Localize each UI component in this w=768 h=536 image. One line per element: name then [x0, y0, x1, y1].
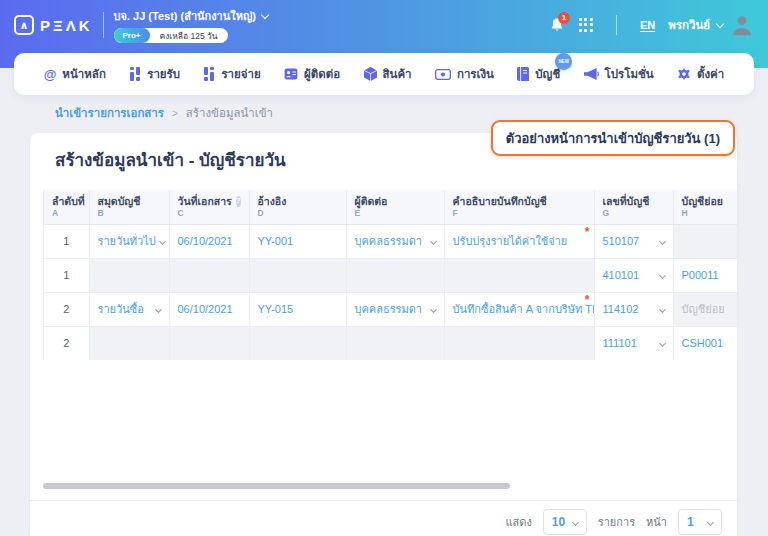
table-header-row: ลำดับที่ ? A สมุดบัญชี B วันที่เอกสาร ? … — [44, 190, 737, 224]
table-row: 2 รายวันซื้อ 06/10/2021 YY-015 บุคคลธรรม… — [44, 292, 737, 326]
cell-ref[interactable]: YY-001 — [249, 224, 346, 258]
cell-date-disabled — [169, 326, 249, 360]
cell-contact-dropdown[interactable]: บุคคลธรรมดา — [346, 224, 444, 258]
chevron-down-icon — [159, 237, 166, 244]
nav-item-settings[interactable]: ตั้งค่า — [677, 65, 724, 83]
cell-date[interactable]: 06/10/2021 — [169, 292, 249, 326]
cell-subaccount[interactable]: P00011 — [673, 258, 737, 292]
column-header-account: เลขที่บัญชี G — [594, 190, 673, 224]
per-page-select[interactable]: 10 — [543, 509, 587, 535]
cell-ref[interactable]: YY-015 — [249, 292, 346, 326]
page-title: สร้างข้อมูลนำเข้า - บัญชีรายวัน — [55, 146, 286, 173]
column-header-ref: อ้างอิง D — [249, 190, 346, 224]
user-menu[interactable]: พรกวินย์ — [668, 13, 754, 37]
nav-item-home[interactable]: @ หน้าหลัก — [44, 65, 106, 83]
cell-seq: 1 — [44, 224, 89, 258]
cell-subaccount-disabled — [673, 224, 737, 258]
cell-seq: 1 — [44, 258, 89, 292]
company-name: บจ. JJ (Test) (สำนักงานใหญ่) — [114, 7, 256, 25]
nav-label: หน้าหลัก — [62, 65, 106, 83]
chevron-down-icon — [658, 305, 665, 312]
chevron-down-icon — [707, 518, 714, 525]
content-card: สร้างข้อมูลนำเข้า - บัญชีรายวัน ลำดับที่… — [30, 133, 737, 536]
cell-description[interactable]: ปรับปรุงรายได้ค่าใช้จ่าย * — [444, 224, 594, 258]
cell-book-dropdown[interactable]: รายวันซื้อ — [89, 292, 169, 326]
breadcrumb-parent-link[interactable]: นำเข้ารายการเอกสาร — [55, 104, 164, 122]
notification-count-badge: 1 — [558, 12, 570, 24]
required-asterisk: * — [585, 294, 590, 306]
column-header-book: สมุดบัญชี B — [89, 190, 169, 224]
cell-account-dropdown[interactable]: 111101 — [594, 326, 673, 360]
horizontal-scrollbar[interactable] — [43, 483, 510, 489]
chevron-down-icon — [658, 271, 665, 278]
cell-contact-dropdown[interactable]: บุคคลธรรมดา — [346, 292, 444, 326]
column-header-seq: ลำดับที่ ? A — [44, 190, 89, 224]
table-row: 1 รายวันทั่วไป 06/10/2021 YY-001 บุคคลธร… — [44, 224, 737, 258]
nav-item-accounting[interactable]: NEW บัญชี — [517, 65, 560, 83]
peak-logo-word: PΞΛK — [40, 17, 93, 34]
cell-book-disabled — [89, 326, 169, 360]
nav-label: บัญชี — [535, 65, 560, 83]
cell-seq: 2 — [44, 292, 89, 326]
expense-chart-icon — [203, 67, 215, 81]
nav-label: สินค้า — [383, 65, 412, 83]
plan-pill[interactable]: Pro+ คงเหลือ 125 วัน — [114, 28, 228, 43]
chevron-down-icon — [261, 10, 269, 18]
notifications-button[interactable]: 1 — [549, 17, 566, 34]
chevron-down-icon — [429, 237, 436, 244]
annotation-callout-text: ตัวอย่างหน้าการนำเข้าบัญชีรายวัน (1) — [506, 128, 720, 149]
breadcrumb-separator: > — [172, 108, 178, 119]
peak-logo-mark-icon: ∧ — [14, 15, 34, 35]
cell-account-dropdown[interactable]: 114102 — [594, 292, 673, 326]
header-divider — [103, 12, 104, 38]
main-nav: @ หน้าหลัก รายรับ รายจ่าย — [14, 53, 754, 95]
cell-ref-disabled — [249, 258, 346, 292]
cell-contact-disabled — [346, 326, 444, 360]
breadcrumb-current: สร้างข้อมูลนำเข้า — [186, 104, 273, 122]
breadcrumb: นำเข้ารายการเอกสาร > สร้างข้อมูลนำเข้า — [55, 104, 273, 122]
footer-divider — [30, 500, 737, 501]
nav-item-finance[interactable]: การเงิน — [435, 65, 494, 83]
nav-item-contacts[interactable]: ผู้ติดต่อ — [284, 65, 340, 83]
nav-item-products[interactable]: สินค้า — [364, 65, 412, 83]
peak-logo[interactable]: ∧ PΞΛK — [14, 15, 93, 35]
income-chart-icon — [129, 67, 141, 81]
help-icon[interactable]: ? — [236, 196, 241, 207]
table-row: 2 111101 CSH001 — [44, 326, 737, 360]
cell-description-disabled — [444, 326, 594, 360]
chevron-down-icon — [658, 237, 665, 244]
cell-account-dropdown[interactable]: 510107 — [594, 224, 673, 258]
nav-label: การเงิน — [457, 65, 494, 83]
cell-description-disabled — [444, 258, 594, 292]
nav-item-promotion[interactable]: โปรโมชั่น — [584, 65, 654, 83]
nav-label: โปรโมชั่น — [605, 65, 654, 83]
apps-grid-button[interactable] — [579, 18, 593, 32]
language-toggle[interactable]: EN — [640, 19, 655, 31]
megaphone-icon — [584, 68, 599, 80]
cell-account-dropdown[interactable]: 410101 — [594, 258, 673, 292]
company-selector[interactable]: บจ. JJ (Test) (สำนักงานใหญ่) — [114, 7, 268, 25]
header-divider — [616, 15, 617, 35]
cell-date[interactable]: 06/10/2021 — [169, 224, 249, 258]
cell-book-dropdown[interactable]: รายวันทั่วไป — [89, 224, 169, 258]
pagination: แสดง 10 รายการ หน้า 1 — [505, 509, 722, 535]
cell-subaccount[interactable]: CSH001 — [673, 326, 737, 360]
new-feature-badge: NEW — [555, 53, 572, 70]
column-header-description: คำอธิบายบันทึกบัญชี F — [444, 190, 594, 224]
contact-card-icon — [284, 68, 298, 80]
gear-icon — [677, 67, 691, 81]
pagination-page-label: หน้า — [646, 513, 667, 531]
page-select[interactable]: 1 — [678, 509, 722, 535]
nav-item-income[interactable]: รายรับ — [129, 65, 180, 83]
chevron-down-icon — [658, 339, 665, 346]
chevron-down-icon — [716, 19, 724, 27]
chevron-down-icon — [429, 305, 436, 312]
username: พรกวินย์ — [668, 16, 710, 34]
cell-description[interactable]: บันทึกซื้อสินค้า A จากบริษัท TEST * — [444, 292, 594, 326]
cell-book-disabled — [89, 258, 169, 292]
home-icon: @ — [44, 67, 57, 82]
nav-item-expense[interactable]: รายจ่าย — [203, 65, 260, 83]
cell-ref-disabled — [249, 326, 346, 360]
plan-days-remaining: คงเหลือ 125 วัน — [150, 29, 228, 43]
required-asterisk: * — [585, 226, 590, 238]
